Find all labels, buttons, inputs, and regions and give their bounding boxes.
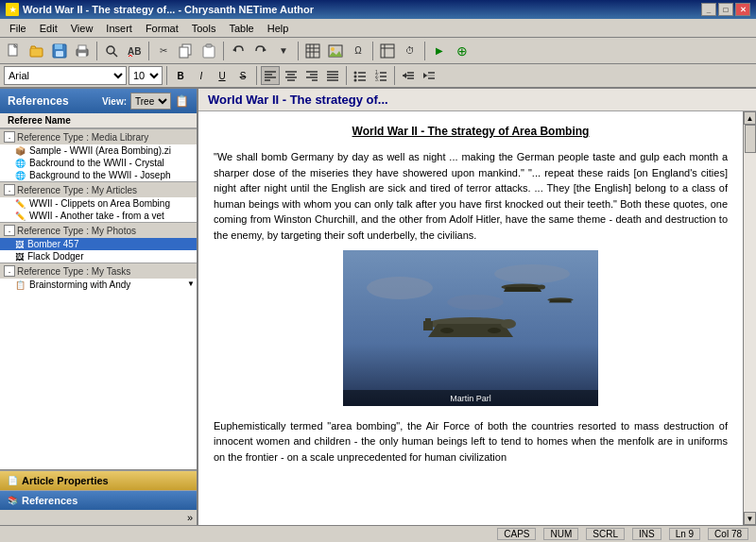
svg-rect-8: [78, 53, 86, 57]
item-brainstorm-label: Brainstorming with Andy: [29, 279, 130, 290]
numbering-button[interactable]: 1.2.3.: [371, 66, 390, 85]
menu-edit[interactable]: Edit: [34, 21, 63, 36]
item-background-crystal[interactable]: 🌐 Backround to the WWII - Crystal: [0, 157, 197, 169]
content-area: World War II - The strategy of... World …: [198, 89, 756, 525]
section-my-tasks[interactable]: - Reference Type : My Tasks: [0, 263, 197, 279]
svg-rect-27: [381, 44, 394, 58]
menu-insert[interactable]: Insert: [100, 21, 138, 36]
align-center-button[interactable]: [282, 66, 301, 85]
expand-my-photos[interactable]: -: [4, 225, 15, 236]
item-crystal-label: Backround to the WWII - Crystal: [29, 158, 164, 168]
svg-line-10: [113, 53, 117, 57]
toolbar-sep-4: [298, 42, 299, 60]
minimize-button[interactable]: _: [701, 3, 716, 16]
section-tasks-label: Reference Type : My Tasks: [17, 266, 130, 277]
copy-button[interactable]: [176, 41, 197, 61]
svg-point-48: [354, 76, 357, 78]
svg-marker-73: [425, 318, 431, 326]
increase-indent-button[interactable]: [420, 66, 438, 85]
svg-marker-26: [329, 51, 342, 57]
scrollbar-track[interactable]: [744, 125, 756, 512]
content-scroll-area[interactable]: World War II - The strategy of Area Bomb…: [198, 111, 743, 525]
brainstorm-icon: 📋: [15, 280, 26, 290]
svg-rect-16: [206, 44, 212, 47]
scroll-up-button[interactable]: ▲: [744, 111, 756, 125]
table-props-button[interactable]: [377, 41, 398, 61]
article-props-header[interactable]: 📄 Article Properties: [0, 471, 197, 490]
menu-file[interactable]: File: [4, 21, 32, 36]
decrease-indent-button[interactable]: [399, 66, 418, 85]
svg-point-69: [447, 295, 504, 310]
expand-my-articles[interactable]: -: [4, 184, 15, 195]
strikethrough-button[interactable]: S: [233, 66, 252, 85]
svg-rect-15: [203, 46, 215, 58]
item-sample-wwii[interactable]: 📦 Sample - WWII (Area Bombing).zi: [0, 144, 197, 157]
document-image: Martin Parl: [214, 250, 728, 411]
menu-format[interactable]: Format: [140, 21, 184, 36]
expand-my-tasks[interactable]: -: [4, 265, 15, 277]
vertical-scrollbar[interactable]: ▲ ▼: [743, 111, 756, 525]
align-right-button[interactable]: [302, 66, 321, 85]
play-button[interactable]: ▶: [429, 41, 450, 61]
font-select[interactable]: Arial: [4, 66, 127, 85]
item-brainstorming[interactable]: 📋 Brainstorming with Andy ▼: [0, 279, 197, 291]
scrollbar-thumb[interactable]: [745, 125, 756, 153]
column-header-label: Referee Name: [8, 115, 71, 126]
spellcheck-button[interactable]: ABC: [124, 41, 145, 61]
font-size-select[interactable]: 10: [129, 66, 163, 85]
print-button[interactable]: [72, 41, 93, 61]
sidebar-options-button[interactable]: 📋: [175, 94, 189, 108]
fmt-sep-3: [346, 66, 347, 85]
status-bar: CAPS NUM SCRL INS Ln 9 Col 78: [0, 525, 756, 542]
menu-tools[interactable]: Tools: [186, 21, 222, 36]
section-articles-label: Reference Type : My Articles: [17, 185, 137, 195]
underline-button[interactable]: U: [213, 66, 232, 85]
menu-view[interactable]: View: [65, 21, 99, 36]
redo-dropdown[interactable]: ▼: [273, 41, 294, 61]
scroll-down-button[interactable]: ▼: [744, 512, 756, 525]
format-toolbar: Arial 10 B I U S 1.2.3.: [0, 64, 756, 89]
more-button[interactable]: »: [0, 510, 197, 525]
section-my-photos[interactable]: - Reference Type : My Photos: [0, 222, 197, 238]
bullets-button[interactable]: [351, 66, 369, 85]
paste-button[interactable]: [198, 41, 219, 61]
timer-button[interactable]: ⏱: [400, 41, 421, 61]
insert-table-button[interactable]: [302, 41, 323, 61]
open-button[interactable]: [26, 41, 47, 61]
toolbar-sep-1: [96, 42, 97, 60]
italic-button[interactable]: I: [192, 66, 211, 85]
maximize-button[interactable]: □: [718, 3, 733, 16]
justify-button[interactable]: [323, 66, 342, 85]
references-icon: 📚: [8, 496, 18, 505]
add-button[interactable]: ⊕: [452, 41, 472, 61]
search-button[interactable]: [101, 41, 122, 61]
item-joseph-label: Background to the WWII - Joseph: [29, 170, 171, 180]
item-bomber-457[interactable]: 🖼 Bomber 457: [0, 238, 197, 250]
close-button[interactable]: ✕: [735, 3, 750, 16]
section-my-articles[interactable]: - Reference Type : My Articles: [0, 181, 197, 197]
menu-help[interactable]: Help: [262, 21, 295, 36]
align-left-button[interactable]: [261, 66, 280, 85]
view-selector[interactable]: Tree: [130, 93, 171, 110]
item-wwii-another[interactable]: ✏️ WWII - Another take - from a vet: [0, 210, 197, 222]
expand-media-library[interactable]: -: [4, 131, 15, 143]
item-flack-dodger[interactable]: 🖼 Flack Dodger: [0, 250, 197, 263]
crystal-icon: 🌐: [15, 159, 26, 168]
bold-button[interactable]: B: [171, 66, 190, 85]
cut-button[interactable]: ✂: [153, 41, 174, 61]
sidebar-accordion: 📄 Article Properties 📚 References »: [0, 469, 197, 525]
scrl-indicator: SCRL: [586, 528, 625, 540]
new-button[interactable]: [4, 41, 25, 61]
content-with-scroll: World War II - The strategy of Area Bomb…: [198, 111, 756, 525]
insert-image-button[interactable]: [325, 41, 346, 61]
section-media-library[interactable]: - Reference Type : Media Library: [0, 128, 197, 144]
item-wwii-clippets[interactable]: ✏️ WWII - Clippets on Area Bombing: [0, 197, 197, 210]
sidebar-list: Referee Name - Reference Type : Media Li…: [0, 113, 197, 469]
references-header[interactable]: 📚 References: [0, 491, 197, 510]
menu-table[interactable]: Table: [223, 21, 259, 36]
undo-button[interactable]: [228, 41, 249, 61]
save-button[interactable]: [49, 41, 70, 61]
redo-button[interactable]: [250, 41, 271, 61]
special-char-button[interactable]: Ω: [348, 41, 369, 61]
item-background-joseph[interactable]: 🌐 Background to the WWII - Joseph: [0, 169, 197, 181]
